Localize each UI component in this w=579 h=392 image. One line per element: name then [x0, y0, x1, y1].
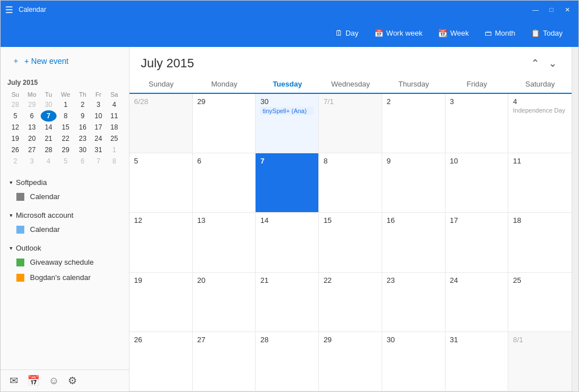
calendar-item-bogdan[interactable]: Bogdan's calendar — [1, 270, 129, 285]
calendar-cell-727[interactable]: 27 — [193, 332, 256, 391]
group-header-microsoft[interactable]: ▾ Microsoft account — [1, 206, 129, 222]
mini-cal-cell[interactable]: 4 — [41, 156, 57, 167]
mini-cal-cell[interactable]: 9 — [75, 110, 90, 122]
calendar-cell-710[interactable]: 10 — [446, 153, 509, 212]
prev-month-button[interactable]: ⌃ — [528, 56, 543, 71]
group-header-outlook[interactable]: ▾ Outlook — [1, 239, 129, 255]
view-month-button[interactable]: 🗃 Month — [478, 25, 522, 41]
mini-cal-cell[interactable]: 30 — [41, 99, 57, 110]
calendar-cell-720[interactable]: 20 — [193, 273, 256, 331]
mini-cal-cell[interactable]: 8 — [57, 110, 75, 122]
calendar-cell-717[interactable]: 17 — [446, 213, 509, 272]
mini-cal-cell[interactable]: 16 — [75, 122, 90, 133]
calendar-item-giveaway[interactable]: Giveaway schedule — [1, 255, 129, 270]
group-header-softpedia[interactable]: ▾ Softpedia — [1, 174, 129, 189]
mini-cal-cell[interactable]: 28 — [7, 99, 23, 110]
mini-cal-cell[interactable]: 4 — [106, 99, 122, 110]
mini-cal-cell[interactable]: 1 — [57, 99, 75, 110]
mini-cal-cell[interactable]: 24 — [90, 133, 106, 144]
calendar-cell-71[interactable]: 7/1 — [319, 94, 382, 153]
calendar-cell-723[interactable]: 23 — [382, 273, 446, 331]
mini-cal-cell[interactable]: 17 — [90, 122, 106, 133]
calendar-cell-725[interactable]: 25 — [508, 273, 572, 331]
calendar-cell-76[interactable]: 6 — [193, 153, 256, 212]
calendar-cell-730[interactable]: 30 — [382, 332, 446, 391]
settings-button[interactable]: ⚙ — [68, 374, 77, 387]
mini-cal-cell[interactable]: 12 — [7, 122, 23, 133]
mini-cal-cell[interactable]: 11 — [106, 110, 122, 122]
mini-cal-cell[interactable]: 29 — [57, 144, 75, 156]
mini-cal-cell[interactable]: 3 — [90, 99, 106, 110]
mini-cal-cell[interactable]: 2 — [7, 156, 23, 167]
calendar-cell-731[interactable]: 31 — [446, 332, 509, 391]
mini-cal-cell[interactable]: 30 — [75, 144, 90, 156]
mini-cal-cell[interactable]: 22 — [57, 133, 75, 144]
calendar-cell-726[interactable]: 26 — [129, 332, 193, 391]
calendar-cell-630[interactable]: 30 tinySpell+ (Ana) — [256, 94, 319, 153]
calendar-item-microsoft-calendar[interactable]: Calendar — [1, 222, 129, 237]
mini-cal-cell[interactable]: 25 — [106, 133, 122, 144]
calendar-cell-716[interactable]: 16 — [382, 213, 446, 272]
calendar-cell-721[interactable]: 21 — [256, 273, 319, 331]
mini-cal-cell[interactable]: 26 — [7, 144, 23, 156]
calendar-cell-74[interactable]: 4 Independence Day — [508, 94, 572, 153]
mini-cal-cell[interactable]: 27 — [23, 144, 41, 156]
calendar-cell-713[interactable]: 13 — [193, 213, 256, 272]
calendar-cell-81[interactable]: 8/1 — [508, 332, 572, 391]
new-event-button[interactable]: ＋ + New event — [1, 47, 129, 75]
hamburger-icon[interactable]: ☰ — [5, 5, 13, 15]
mini-cal-cell[interactable]: 15 — [57, 122, 75, 133]
calendar-cell-718[interactable]: 18 — [508, 213, 572, 272]
mini-cal-cell[interactable]: 3 — [23, 156, 41, 167]
calendar-item-softpedia-calendar[interactable]: Calendar — [1, 189, 129, 204]
calendar-cell-712[interactable]: 12 — [129, 213, 193, 272]
mini-cal-cell[interactable]: 23 — [75, 133, 90, 144]
calendar-cell-629[interactable]: 29 — [193, 94, 256, 153]
calendar-cell-628[interactable]: 6/28 — [129, 94, 193, 153]
mini-cal-cell[interactable]: 19 — [7, 133, 23, 144]
calendar-cell-73[interactable]: 3 — [446, 94, 509, 153]
mini-cal-cell[interactable]: 5 — [57, 156, 75, 167]
calendar-button[interactable]: 📅 — [27, 374, 40, 387]
view-today-button[interactable]: 📋 Today — [524, 25, 569, 41]
maximize-button[interactable]: □ — [545, 3, 558, 16]
people-button[interactable]: ☺ — [49, 375, 59, 387]
mini-cal-cell[interactable]: 14 — [41, 122, 57, 133]
mini-cal-cell[interactable]: 18 — [106, 122, 122, 133]
mini-cal-cell[interactable]: 20 — [23, 133, 41, 144]
mini-cal-cell[interactable]: 7 — [90, 156, 106, 167]
mini-cal-cell[interactable]: 13 — [23, 122, 41, 133]
calendar-cell-714[interactable]: 14 — [256, 213, 319, 272]
minimize-button[interactable]: — — [529, 3, 542, 16]
calendar-event-tinyspell[interactable]: tinySpell+ (Ana) — [260, 107, 314, 115]
calendar-cell-715[interactable]: 15 — [319, 213, 382, 272]
calendar-cell-75[interactable]: 5 — [129, 153, 193, 212]
mini-cal-cell[interactable]: 2 — [75, 99, 90, 110]
mini-cal-cell[interactable]: 6 — [23, 110, 41, 122]
calendar-cell-77-today[interactable]: 7 — [256, 153, 319, 212]
mini-cal-cell[interactable]: 5 — [7, 110, 23, 122]
view-week-button[interactable]: 📆 Week — [431, 25, 476, 41]
calendar-cell-722[interactable]: 22 — [319, 273, 382, 331]
calendar-cell-728[interactable]: 28 — [256, 332, 319, 391]
calendar-cell-724[interactable]: 24 — [446, 273, 509, 331]
calendar-cell-729[interactable]: 29 — [319, 332, 382, 391]
calendar-cell-78[interactable]: 8 — [319, 153, 382, 212]
mini-cal-cell[interactable]: 10 — [90, 110, 106, 122]
view-day-button[interactable]: 🗓 Day — [329, 25, 365, 41]
mini-cal-cell[interactable]: 1 — [106, 144, 122, 156]
close-button[interactable]: ✕ — [560, 3, 574, 16]
mini-cal-cell[interactable]: 29 — [23, 99, 41, 110]
view-workweek-button[interactable]: 📅 Work week — [368, 25, 429, 41]
mini-cal-cell[interactable]: 21 — [41, 133, 57, 144]
mini-cal-cell[interactable]: 31 — [90, 144, 106, 156]
mini-cal-cell[interactable]: 6 — [75, 156, 90, 167]
mail-button[interactable]: ✉ — [10, 374, 18, 387]
calendar-cell-72[interactable]: 2 — [382, 94, 446, 153]
mini-cal-cell[interactable]: 8 — [106, 156, 122, 167]
next-month-button[interactable]: ⌄ — [545, 56, 560, 71]
calendar-cell-79[interactable]: 9 — [382, 153, 446, 212]
mini-cal-cell-today[interactable]: 7 — [41, 110, 57, 122]
calendar-cell-711[interactable]: 11 — [508, 153, 572, 212]
mini-cal-cell[interactable]: 28 — [41, 144, 57, 156]
